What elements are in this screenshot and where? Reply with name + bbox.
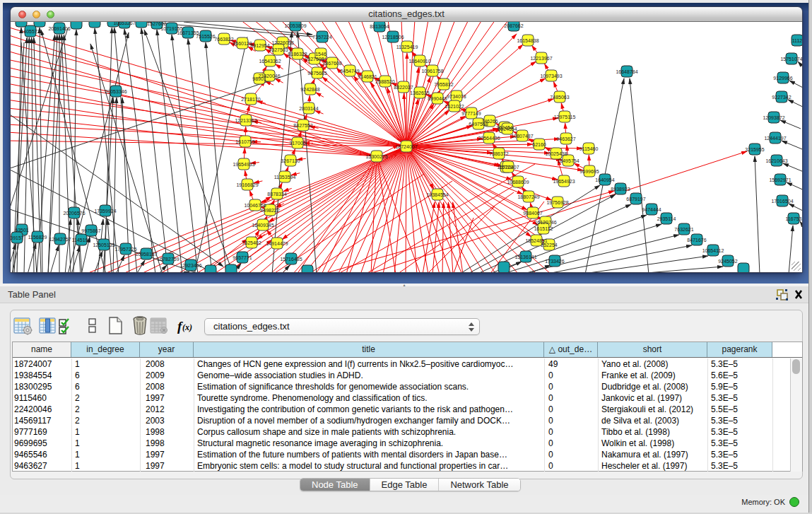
svg-text:317006: 317006 (289, 141, 305, 146)
svg-text:12093872: 12093872 (763, 115, 784, 120)
svg-text:1405572: 1405572 (20, 29, 40, 34)
svg-text:7386372: 7386372 (489, 151, 508, 156)
svg-text:2087662: 2087662 (504, 23, 523, 28)
svg-text:18807249: 18807249 (517, 194, 539, 199)
svg-text:19654923: 19654923 (553, 179, 575, 184)
svg-text:8938923: 8938923 (611, 187, 630, 192)
svg-text:10961758: 10961758 (421, 69, 443, 74)
svg-text:15720407: 15720407 (497, 165, 519, 170)
svg-text:2867608: 2867608 (322, 61, 341, 66)
svg-text:7663822: 7663822 (214, 37, 233, 42)
svg-text:10025438: 10025438 (545, 151, 567, 156)
svg-text:252254: 252254 (541, 243, 557, 247)
svg-text:9657771: 9657771 (233, 255, 252, 260)
svg-text:4498222: 4498222 (260, 208, 279, 213)
svg-text:17957225: 17957225 (114, 247, 136, 252)
svg-text:12923446: 12923446 (180, 263, 201, 268)
svg-text:12505135: 12505135 (93, 243, 114, 247)
svg-text:16120746: 16120746 (534, 220, 556, 225)
svg-text:9463627: 9463627 (556, 136, 575, 141)
svg-text:18495754: 18495754 (557, 158, 579, 163)
svg-text:10053809: 10053809 (284, 23, 306, 28)
svg-text:8471676: 8471676 (687, 238, 706, 243)
svg-text:16648784: 16648784 (616, 69, 637, 74)
svg-text:9115460: 9115460 (579, 146, 599, 151)
svg-text:9734078: 9734078 (447, 94, 466, 99)
svg-text:8878334: 8878334 (267, 192, 286, 197)
svg-text:15692971: 15692971 (769, 177, 791, 182)
svg-text:10973493: 10973493 (540, 74, 562, 78)
svg-text:16154838: 16154838 (517, 38, 539, 43)
svg-text:20053346: 20053346 (105, 89, 126, 94)
svg-text:8186328: 8186328 (288, 52, 307, 57)
svg-text:15751074: 15751074 (780, 57, 802, 62)
svg-text:116753: 116753 (786, 216, 802, 221)
svg-text:1145194: 1145194 (72, 238, 91, 243)
svg-text:9699695: 9699695 (579, 169, 599, 174)
svg-text:9245052: 9245052 (718, 259, 737, 264)
svg-text:1362635: 1362635 (410, 90, 429, 95)
svg-text:1733426: 1733426 (545, 259, 564, 264)
svg-text:12226058: 12226058 (271, 40, 293, 45)
svg-text:1615112: 1615112 (534, 226, 553, 231)
svg-text:20691406: 20691406 (48, 26, 70, 31)
svg-text:20564436: 20564436 (478, 136, 500, 141)
svg-text:7485063: 7485063 (550, 95, 569, 100)
svg-text:15716485: 15716485 (280, 257, 302, 262)
svg-text:11325419: 11325419 (396, 45, 418, 49)
svg-text:3024554: 3024554 (498, 127, 517, 132)
svg-text:1156829: 1156829 (28, 235, 47, 240)
svg-text:1112: 1112 (792, 38, 802, 43)
svg-text:17016504: 17016504 (771, 199, 793, 204)
svg-text:62160: 62160 (532, 142, 546, 147)
svg-text:1621022: 1621022 (445, 104, 464, 109)
svg-text:10958187: 10958187 (135, 252, 157, 257)
svg-text:2718170: 2718170 (241, 97, 260, 102)
svg-text:8427552: 8427552 (293, 123, 312, 128)
svg-text:12975115: 12975115 (554, 115, 576, 119)
svg-text:19654933: 19654933 (233, 162, 254, 167)
svg-text:7357224: 7357224 (312, 35, 331, 40)
svg-text:11353594: 11353594 (274, 175, 296, 180)
svg-text:39157: 39157 (11, 235, 24, 240)
svg-text:12213967: 12213967 (530, 56, 552, 61)
svg-text:12218506: 12218506 (382, 35, 404, 40)
svg-text:2803144: 2803144 (299, 106, 318, 111)
svg-text:19756928: 19756928 (546, 200, 568, 205)
svg-text:10654112: 10654112 (702, 248, 724, 253)
svg-text:19384554: 19384554 (426, 192, 448, 197)
svg-text:12213362: 12213362 (235, 118, 257, 123)
svg-text:9474444: 9474444 (642, 207, 661, 212)
svg-text:17359924: 17359924 (94, 209, 116, 214)
svg-text:12444197: 12444197 (764, 136, 786, 141)
svg-text:1610755: 1610755 (235, 139, 254, 144)
svg-text:9242848: 9242848 (300, 87, 319, 92)
svg-text:10807487: 10807487 (511, 134, 533, 139)
svg-text:63501: 63501 (15, 228, 29, 233)
svg-text:98901: 98901 (252, 76, 266, 81)
svg-text:9875685: 9875685 (307, 71, 326, 76)
svg-text:7515526: 7515526 (196, 34, 215, 39)
svg-text:9146821: 9146821 (358, 74, 377, 79)
svg-text:8454749: 8454749 (340, 69, 359, 74)
svg-text:9884067: 9884067 (523, 211, 542, 216)
svg-text:16409345: 16409345 (252, 223, 273, 228)
svg-text:9227342: 9227342 (772, 95, 791, 100)
svg-text:18640910: 18640910 (408, 59, 430, 64)
svg-text:16543362: 16543362 (259, 59, 281, 64)
svg-text:15136141: 15136141 (514, 255, 536, 259)
svg-text:15300275: 15300275 (365, 154, 387, 159)
svg-text:18724007: 18724007 (395, 144, 417, 149)
svg-text:9129966: 9129966 (773, 76, 792, 81)
svg-text:3267130: 3267130 (281, 158, 300, 163)
svg-text:8660128: 8660128 (233, 41, 252, 46)
svg-text:6879197: 6879197 (626, 197, 645, 201)
svg-text:2588520: 2588520 (375, 79, 394, 84)
svg-text:1546: 1546 (315, 52, 326, 57)
svg-text:12942757: 12942757 (49, 237, 71, 242)
svg-text:16210643: 16210643 (765, 158, 787, 163)
svg-text:8990448: 8990448 (428, 96, 447, 101)
svg-text:8813054: 8813054 (370, 24, 389, 29)
svg-text:3215955: 3215955 (745, 147, 764, 152)
svg-text:10688609: 10688609 (507, 180, 529, 185)
